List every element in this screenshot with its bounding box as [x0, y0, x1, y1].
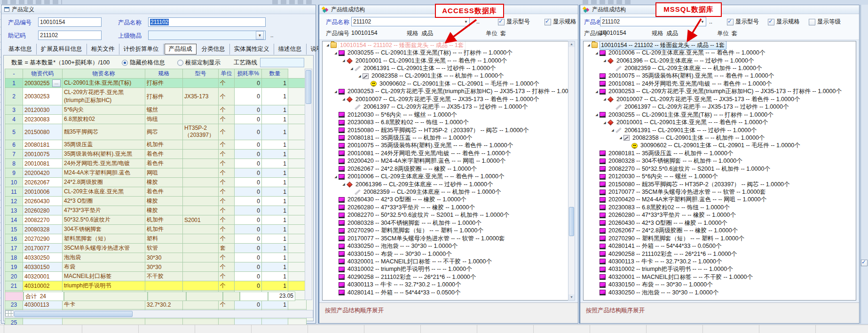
tree-node[interactable]: 20230083 -- 6.8黑胶粒02 -- -- 饰纽 -- 1.0000个 [584, 204, 856, 211]
loss-rate-cell[interactable]: 0 [235, 225, 262, 234]
unit-cell[interactable]: 个 [219, 178, 235, 187]
table-row[interactable]: 17 20170077 … 35CM单头螺母冷热进水管 软管 套 0 1 [5, 244, 307, 253]
tree-expander-icon[interactable] [602, 97, 607, 101]
quantity-cell[interactable]: 1 [262, 281, 288, 291]
tree-node[interactable]: 20082270 -- 50*32.5*0.6波纹片 -- S2001 -- 机… [323, 212, 575, 219]
model-cell[interactable]: JX35-173 [183, 88, 219, 105]
spec-cell[interactable]: 螺丝 [145, 105, 183, 115]
table-row[interactable]: 2 20030253 … CL-209方花把手.亚光黑(triumph正标加HC… [5, 88, 307, 105]
model-cell[interactable] [183, 159, 219, 168]
material-name-cell[interactable]: 靓35平脚阀芯 [63, 124, 145, 140]
loss-rate-cell[interactable]: 0 [235, 206, 262, 215]
tree-node[interactable]: 20010001 -- CL-20901主体.亚光黑 -- -- 着色件 -- … [584, 119, 856, 126]
quantity-cell[interactable]: 1 [262, 150, 288, 159]
tree-node[interactable]: 20262067 -- 24*2.8两级胶圈 -- -- 橡胶 -- 1.000… [584, 227, 856, 235]
tree-node[interactable]: 40280141 -- 外箱 -- -- 54*44*33 -- 0.0500个 [584, 242, 856, 250]
table-row[interactable]: 6 20080181 … 35两级压盖 机加件 个 0 1 [5, 140, 307, 150]
loss-rate-cell[interactable]: 0 [235, 124, 262, 140]
spec-cell[interactable]: 30*30 [145, 253, 183, 262]
tree-node[interactable]: 20030255 -- CL-20901主体.亚光黑(T标) -- -- 打标件… [323, 49, 575, 56]
tree-node[interactable]: 40300113 -- 牛卡 -- -- 32.7*30.2 -- 1.0000… [323, 281, 575, 289]
show-grade-checkbox[interactable]: 显示等级 [809, 18, 841, 26]
tree-vertical-scrollbar[interactable]: ▲ ▼ [568, 41, 575, 301]
quantity-cell[interactable]: 1 [262, 234, 288, 244]
material-code-cell[interactable]: 20262067 … [23, 178, 63, 187]
tree-expander-icon[interactable] [602, 121, 607, 125]
material-code-cell[interactable]: 20080181 … [23, 140, 63, 150]
tab[interactable]: 描述信息 [274, 44, 307, 55]
material-name-cell[interactable]: CL-209方花把手.亚光黑(triumph正标加HC) [63, 88, 145, 105]
scroll-down-icon[interactable]: ▼ [568, 294, 575, 300]
unit-cell[interactable]: 个 [219, 140, 235, 150]
tree-node[interactable]: 20010007 -- CL-209方花把手.亚光黑 -- JX35-173 -… [323, 95, 575, 103]
table-row[interactable]: 7 20010075 … 35两级装饰杯(塑料).亚光黑 着色件 个 0 1 [5, 150, 307, 159]
material-code-cell[interactable]: 20082270 … [23, 215, 63, 225]
model-cell[interactable] [183, 197, 219, 206]
tree-expander-icon[interactable] [349, 67, 354, 71]
scrollbar-thumb[interactable] [14, 311, 133, 317]
panel-titlebar[interactable]: 产品定义 [1, 5, 316, 14]
material-name-cell[interactable]: MACNEIL封口标签 [63, 272, 145, 281]
column-header[interactable]: 型号 [183, 69, 219, 79]
tree-node[interactable]: 40320001 -- MACNEIL封口标签 -- -- 不干胶 -- 1.0… [323, 258, 575, 265]
unit-cell[interactable]: 个 [219, 124, 235, 140]
row-number-cell[interactable]: 13 [5, 206, 23, 215]
tree-node[interactable]: 40330250 -- 泡泡袋 -- -- 30*30 -- 1.0000个 [584, 289, 856, 296]
unit-cell[interactable]: 个 [219, 262, 235, 272]
tree-node[interactable]: 20061396 -- CL-209主体底座 -- -- 过砂件 -- 1.00… [323, 181, 575, 188]
material-code-cell[interactable]: 20010075 … [23, 150, 63, 159]
tree-expander-icon[interactable] [333, 175, 338, 179]
loss-rate-cell[interactable]: 0 [235, 253, 262, 262]
tree-node[interactable]: 20260280 -- 47*33*3平垫片 -- -- 橡胶 -- 1.000… [323, 204, 575, 211]
tree-node[interactable]: 40330150 -- 布袋 -- -- 30*30 -- 1.0000个 [323, 250, 575, 258]
model-cell[interactable] [183, 206, 219, 215]
table-row[interactable]: 9 20200420 … M24-4A米字塑料网胆.蓝色 网咀 个 0 1 [5, 168, 307, 178]
table-row[interactable]: 12 20260430 … 42*3 O型圈 橡胶 个 0 1 [5, 197, 307, 206]
material-name-cell[interactable]: triumph把手说明书 [63, 281, 145, 291]
loss-rate-cell[interactable]: 0 [235, 105, 262, 115]
tree-node[interactable]: 20230083 -- 6.8黑胶粒02 -- -- 饰纽 -- 1.0000个 [323, 119, 575, 126]
quantity-cell[interactable]: 1 [262, 159, 288, 168]
material-name-cell[interactable]: CL-209主体底座.亚光黑 [63, 187, 145, 197]
row-number-cell[interactable]: 14 [5, 215, 23, 225]
quantity-cell[interactable]: 1 [262, 225, 288, 234]
row-number-cell[interactable]: 5 [5, 124, 23, 140]
spec-cell[interactable]: 橡胶 [145, 206, 183, 215]
table-row[interactable]: 4 20230083 … 6.8黑胶粒02 饰纽 个 0 1 [5, 115, 307, 124]
unit-cell[interactable]: 个 [219, 300, 235, 309]
tab[interactable]: 相关文件 [87, 44, 119, 55]
material-code-cell[interactable]: 40310002 … [23, 281, 63, 291]
spec-cell[interactable]: 30*30 [145, 262, 183, 272]
tree-expander-icon[interactable] [618, 136, 623, 140]
unit-cell[interactable]: 个 [219, 105, 235, 115]
table-row[interactable]: 21 40310002 … triumph把手说明书 个 0 1 [5, 281, 307, 291]
tree-node[interactable]: 20270290 -- 塑料黑脚套（短） -- -- 塑料 -- 1.0000个 [584, 235, 856, 242]
row-number-cell[interactable]: 4 [5, 115, 23, 124]
table-vertical-scrollbar[interactable] [305, 69, 312, 300]
material-code-cell[interactable]: 20230083 … [23, 115, 63, 124]
scroll-up-icon[interactable]: ▲ [568, 41, 575, 47]
material-code-cell[interactable]: 20120030 … [23, 105, 63, 115]
quantity-cell[interactable]: 1 [262, 115, 288, 124]
tree-node[interactable]: 30090602 -- CL-20901主体 -- CL-20901 -- 毛坯… [323, 80, 575, 87]
unit-cell[interactable]: 个 [219, 115, 235, 124]
loss-rate-cell[interactable]: 0 [235, 262, 262, 272]
spec-cell[interactable]: 着色件 [145, 187, 183, 197]
tab[interactable]: 扩展及科目信息 [37, 44, 87, 55]
tree-node[interactable]: 20260430 -- 42*3 O型圈 -- -- 橡胶 -- 1.0000个 [584, 219, 856, 227]
quantity-cell[interactable]: 1 [262, 178, 288, 187]
show-spec-checkbox[interactable]: 显示规格 [768, 18, 800, 26]
column-header[interactable]: 物资代码 [23, 69, 63, 79]
row-number-cell[interactable]: 8 [5, 159, 23, 168]
quantity-cell[interactable]: 1 [262, 215, 288, 225]
unit-cell[interactable]: 个 [219, 159, 235, 168]
material-code-cell[interactable]: 20260430 … [23, 197, 63, 206]
chevron-down-icon[interactable]: ▼ [464, 20, 468, 24]
material-name-cell[interactable]: 35两级压盖 [63, 140, 145, 150]
material-name-cell[interactable]: 5*6内尖 [63, 105, 145, 115]
material-name-cell[interactable]: 6.8黑胶粒02 [63, 115, 145, 124]
tab[interactable]: 分类信息 [197, 44, 230, 55]
tree-node[interactable]: 20010006 -- CL-209主体底座.亚光黑 -- -- 着色件 -- … [584, 49, 856, 56]
chevron-down-icon[interactable]: ▼ [701, 20, 704, 24]
tree-node[interactable]: 40330250 -- 泡泡袋 -- -- 30*30 -- 1.0000个 [323, 242, 575, 250]
